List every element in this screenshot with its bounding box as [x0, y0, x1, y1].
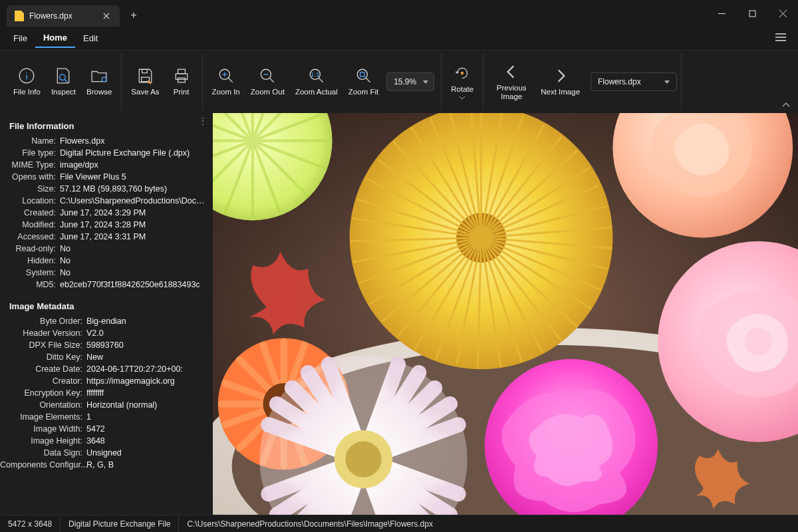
zoom-fit-button[interactable]: Zoom Fit	[343, 64, 384, 99]
collapse-ribbon-button[interactable]	[782, 99, 790, 109]
chevron-down-icon	[460, 96, 465, 100]
rotate-icon	[453, 64, 471, 82]
new-tab-button[interactable]: +	[124, 5, 144, 25]
next-icon	[551, 66, 570, 85]
menu-edit[interactable]: Edit	[75, 29, 106, 47]
inspect-icon	[54, 66, 72, 85]
svg-rect-8	[178, 78, 185, 83]
tab-title: Flowers.dpx	[29, 11, 96, 21]
image-metadata-heading: Image Metadata	[0, 297, 213, 315]
info-row: Image Height:3648	[0, 435, 213, 447]
print-button[interactable]: Print	[165, 64, 198, 99]
info-row: File type:Digital Picture Exchange File …	[0, 147, 213, 159]
previous-image-button[interactable]: Previous Image	[487, 60, 535, 104]
info-row: Image Elements:1	[0, 411, 213, 423]
info-row: Data Sign:Unsigned	[0, 447, 213, 459]
print-icon	[172, 66, 191, 85]
zoom-in-icon	[217, 66, 235, 85]
svg-point-13	[357, 70, 367, 80]
app-menu-button[interactable]	[769, 29, 793, 47]
svg-text:1:1: 1:1	[311, 70, 320, 78]
menu-home[interactable]: Home	[35, 29, 75, 48]
info-row: Location:C:\Users\SharpenedProductions\D…	[0, 195, 213, 207]
file-info-button[interactable]: File Info	[8, 64, 46, 99]
info-icon	[17, 66, 36, 85]
info-row: Created:June 17, 2024 3:29 PM	[0, 207, 213, 219]
close-window-button[interactable]	[767, 3, 798, 24]
info-row: Components Configur...R, G, B	[0, 459, 213, 471]
svg-point-15	[461, 72, 464, 74]
info-row: Name:Flowers.dpx	[0, 135, 213, 147]
status-dimensions: 5472 x 3648	[0, 515, 61, 532]
menubar: File Home Edit	[0, 27, 798, 51]
previous-icon	[502, 63, 521, 81]
ribbon: File Info Inspect Browse Save As Print Z…	[0, 51, 798, 113]
maximize-button[interactable]	[737, 3, 767, 24]
info-row: Image Width:5472	[0, 423, 213, 435]
svg-rect-0	[749, 11, 755, 17]
statusbar: 5472 x 3648 Digital Picture Exchange Fil…	[0, 515, 798, 532]
svg-point-30	[744, 328, 772, 356]
info-row: Opens with:File Viewer Plus 5	[0, 171, 213, 183]
svg-point-58	[345, 442, 381, 477]
image-viewport[interactable]	[213, 113, 798, 515]
zoom-level-select[interactable]: 15.9%	[386, 72, 434, 91]
zoom-out-button[interactable]: Zoom Out	[245, 64, 290, 99]
info-row: MD5:eb2ceb770f3f1f88426250e61883493c	[0, 279, 213, 291]
info-row: Byte Order:Big-endian	[0, 315, 213, 327]
svg-point-4	[102, 78, 107, 82]
close-tab-button[interactable]	[101, 11, 112, 21]
svg-rect-14	[360, 72, 364, 77]
info-row: Creator:https://imagemagick.org	[0, 375, 213, 387]
info-row: Accessed:June 17, 2024 3:31 PM	[0, 231, 213, 243]
info-row: Size:57.12 MB (59,893,760 bytes)	[0, 183, 213, 195]
minimize-button[interactable]	[706, 3, 737, 24]
document-tab[interactable]: Flowers.dpx	[7, 5, 120, 27]
zoom-in-button[interactable]: Zoom In	[207, 64, 245, 99]
status-path: C:\Users\SharpenedProductions\Documents\…	[179, 515, 441, 532]
svg-point-3	[60, 74, 66, 80]
svg-rect-7	[178, 70, 185, 74]
displayed-image	[213, 113, 798, 515]
folder-icon	[90, 66, 108, 85]
info-row: System:No	[0, 267, 213, 279]
zoom-actual-button[interactable]: 1:1 Zoom Actual	[290, 64, 343, 99]
file-icon	[15, 11, 24, 21]
inspect-button[interactable]: Inspect	[46, 64, 81, 99]
sidebar-menu-button[interactable]: ⋮	[198, 116, 207, 126]
info-row: Hidden:No	[0, 255, 213, 267]
titlebar: Flowers.dpx +	[0, 0, 798, 27]
info-row: Encryption Key:ffffffff	[0, 387, 213, 399]
info-row: Modified:June 17, 2024 3:28 PM	[0, 219, 213, 231]
file-info-heading: File Information	[0, 117, 213, 135]
rotate-button[interactable]: Rotate	[446, 61, 479, 102]
window-controls	[706, 3, 798, 24]
info-row: Read-only:No	[0, 243, 213, 255]
main-area: ⋮ File Information Name:Flowers.dpx File…	[0, 113, 798, 515]
zoom-fit-icon	[354, 66, 373, 85]
info-sidebar[interactable]: ⋮ File Information Name:Flowers.dpx File…	[0, 113, 213, 515]
browse-button[interactable]: Browse	[81, 64, 117, 99]
file-select[interactable]: Flowers.dpx	[591, 72, 677, 91]
info-row: Create Date:2024-06-17T20:27:20+00:	[0, 363, 213, 375]
info-row: MIME Type:image/dpx	[0, 159, 213, 171]
status-filetype: Digital Picture Exchange File	[61, 515, 179, 532]
zoom-out-icon	[258, 66, 277, 85]
menu-file[interactable]: File	[5, 29, 35, 47]
info-row: DPX File Size:59893760	[0, 339, 213, 351]
svg-point-2	[27, 72, 27, 73]
zoom-actual-icon: 1:1	[307, 66, 326, 85]
info-row: Ditto Key:New	[0, 351, 213, 363]
info-row: Orientation:Horizontal (normal)	[0, 399, 213, 411]
next-image-button[interactable]: Next Image	[535, 64, 585, 99]
info-row: Header Version:V2.0	[0, 327, 213, 339]
save-icon	[136, 66, 154, 85]
save-as-button[interactable]: Save As	[126, 64, 164, 99]
